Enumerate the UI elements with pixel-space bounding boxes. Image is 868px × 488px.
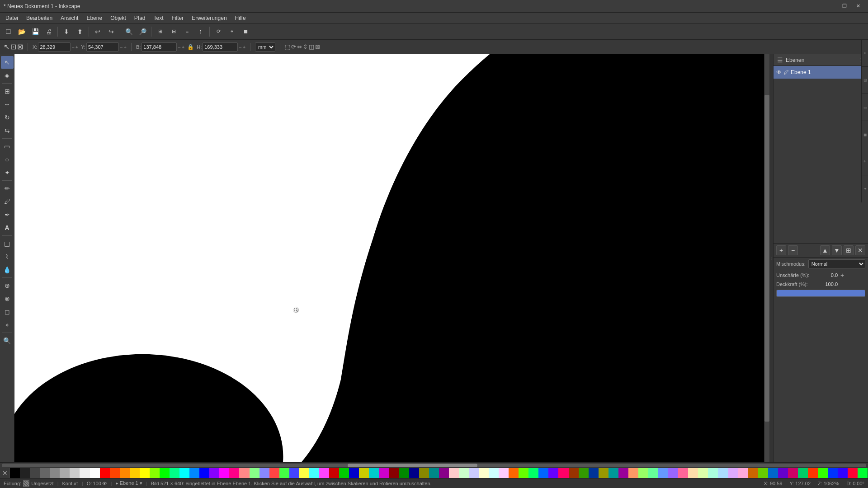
zoom-view-tool[interactable]: 🔍 xyxy=(1,334,14,347)
circle-tool[interactable]: ○ xyxy=(1,153,14,166)
h-stepper-minus[interactable]: − xyxy=(239,44,241,50)
menu-ebene[interactable]: Ebene xyxy=(83,14,106,22)
transform-btn-4[interactable]: ⇕ xyxy=(303,43,308,50)
color-swatch[interactable] xyxy=(389,468,399,478)
x-stepper-minus[interactable]: − xyxy=(71,44,74,50)
star-tool[interactable]: ✦ xyxy=(1,166,14,179)
import-button[interactable]: ⬇ xyxy=(60,25,73,38)
height-input[interactable] xyxy=(203,42,238,52)
menu-erweiterungen[interactable]: Erweiterungen xyxy=(188,14,230,22)
color-swatch[interactable] xyxy=(359,468,369,478)
menu-ansicht[interactable]: Ansicht xyxy=(57,14,82,22)
calligraphy-tool[interactable]: ✒ xyxy=(1,208,14,221)
color-swatch[interactable] xyxy=(668,468,678,478)
y-input[interactable] xyxy=(86,42,119,52)
new-button[interactable]: ☐ xyxy=(2,25,14,38)
transform-btn-1[interactable]: ⬚ xyxy=(285,43,290,50)
color-swatch[interactable] xyxy=(469,468,479,478)
color-swatch[interactable] xyxy=(399,468,409,478)
color-swatch[interactable] xyxy=(10,468,20,478)
color-swatch[interactable] xyxy=(688,468,698,478)
color-swatch[interactable] xyxy=(509,468,519,478)
group-button[interactable]: ⊞ xyxy=(154,25,166,38)
flip-tool[interactable]: ⇆ xyxy=(1,124,14,137)
color-swatch[interactable] xyxy=(848,468,858,478)
collapsed-tab-6[interactable]: ✦ xyxy=(861,175,868,202)
transform-btn-3[interactable]: ⇔ xyxy=(297,43,302,50)
color-swatch[interactable] xyxy=(808,468,818,478)
color-swatch[interactable] xyxy=(130,468,140,478)
color-swatch[interactable] xyxy=(80,468,90,478)
color-swatch[interactable] xyxy=(459,468,469,478)
ungroup-button[interactable]: ⊟ xyxy=(167,25,180,38)
collapsed-tab-4[interactable]: ◼ xyxy=(861,121,868,148)
close-button[interactable]: ✕ xyxy=(852,2,864,11)
color-swatch[interactable] xyxy=(718,468,728,478)
color-swatch[interactable] xyxy=(179,468,189,478)
color-swatch[interactable] xyxy=(150,468,160,478)
color-swatch[interactable] xyxy=(698,468,708,478)
zoom-in-button[interactable]: 🔍 xyxy=(123,25,135,38)
fill-button[interactable]: ◼ xyxy=(239,25,252,38)
color-swatch[interactable] xyxy=(519,468,528,478)
color-swatch[interactable] xyxy=(219,468,229,478)
color-swatch[interactable] xyxy=(548,468,558,478)
color-swatch[interactable] xyxy=(189,468,199,478)
connector-tool[interactable]: ⌇ xyxy=(1,250,14,263)
vscroll-thumb[interactable] xyxy=(764,95,769,421)
zoom-tool[interactable]: ⊞ xyxy=(1,85,14,98)
color-swatch[interactable] xyxy=(50,468,60,478)
unit-select[interactable]: mm px cm in xyxy=(255,42,275,52)
color-swatch[interactable] xyxy=(279,468,289,478)
color-swatch[interactable] xyxy=(259,468,269,478)
gradient-tool[interactable]: ◫ xyxy=(1,237,14,250)
color-swatch[interactable] xyxy=(289,468,299,478)
layer-dup-btn[interactable]: ⊞ xyxy=(844,245,854,255)
menu-text[interactable]: Text xyxy=(150,14,167,22)
color-swatch[interactable] xyxy=(239,468,249,478)
color-swatch[interactable] xyxy=(40,468,50,478)
color-swatch[interactable] xyxy=(758,468,768,478)
color-swatch[interactable] xyxy=(489,468,499,478)
layer-down-btn[interactable]: ▼ xyxy=(832,245,842,255)
color-swatch[interactable] xyxy=(599,468,609,478)
color-swatch[interactable] xyxy=(768,468,778,478)
color-swatch[interactable] xyxy=(628,468,638,478)
align-button[interactable]: ≡ xyxy=(181,25,193,38)
fill-swatch[interactable] xyxy=(23,480,29,487)
menu-hilfe[interactable]: Hilfe xyxy=(231,14,250,22)
color-swatch[interactable] xyxy=(140,468,150,478)
undo-button[interactable]: ↩ xyxy=(91,25,104,38)
text-tool[interactable]: A xyxy=(1,221,14,234)
color-swatch[interactable] xyxy=(738,468,748,478)
color-swatch[interactable] xyxy=(788,468,798,478)
transform-btn-2[interactable]: ⟳ xyxy=(291,43,296,50)
color-swatch[interactable] xyxy=(100,468,110,478)
color-swatch[interactable] xyxy=(209,468,219,478)
lock-aspect-icon[interactable]: 🔒 xyxy=(187,44,194,50)
color-swatch[interactable] xyxy=(120,468,130,478)
color-swatch[interactable] xyxy=(229,468,239,478)
color-swatch[interactable] xyxy=(538,468,548,478)
redo-button[interactable]: ↪ xyxy=(105,25,118,38)
color-swatch[interactable] xyxy=(419,468,429,478)
transform-btn-6[interactable]: ⊠ xyxy=(315,43,320,50)
open-button[interactable]: 📂 xyxy=(15,25,28,38)
w-stepper-minus[interactable]: − xyxy=(178,44,180,50)
color-swatch[interactable] xyxy=(708,468,718,478)
panel-separator[interactable]: ⋮ xyxy=(769,54,773,462)
color-swatch[interactable] xyxy=(609,468,618,478)
blend-mode-select[interactable]: Normal Multiplizieren Bildschirm Überlag… xyxy=(808,259,865,268)
collapsed-tab-5[interactable]: ⌖ xyxy=(861,148,868,175)
color-swatch[interactable] xyxy=(339,468,349,478)
color-swatch[interactable] xyxy=(409,468,419,478)
maximize-button[interactable]: ❐ xyxy=(838,2,851,11)
export-button[interactable]: ⬆ xyxy=(74,25,86,38)
layer-del-btn[interactable]: ✕ xyxy=(855,245,865,255)
lasso-tool[interactable]: ⌖ xyxy=(1,319,14,331)
color-swatch[interactable] xyxy=(828,468,838,478)
rotate-tool[interactable]: ↻ xyxy=(1,111,14,124)
dropper-tool[interactable]: 💧 xyxy=(1,263,14,276)
collapsed-tab-1[interactable]: ≡ xyxy=(861,54,868,67)
minimize-button[interactable]: — xyxy=(825,2,837,11)
